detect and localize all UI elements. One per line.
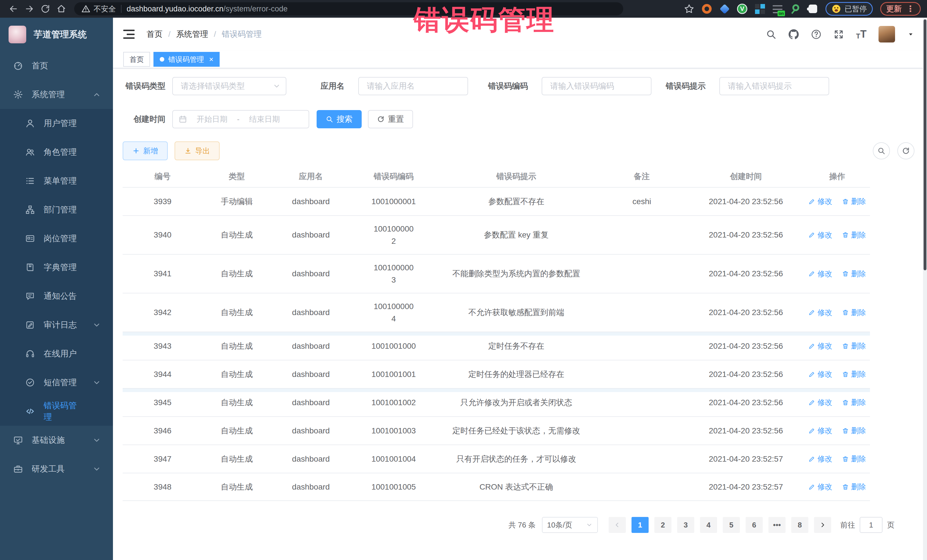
delete-button[interactable]: 删除 (842, 341, 866, 351)
github-icon[interactable] (789, 29, 799, 39)
delete-button[interactable]: 删除 (842, 308, 866, 318)
page-button[interactable]: 2 (654, 517, 672, 533)
sidebar-item-system[interactable]: 系统管理 (0, 80, 113, 109)
search-button[interactable]: 搜索 (317, 110, 362, 128)
start-date-input[interactable] (190, 115, 234, 124)
page-button[interactable]: 1 (632, 517, 649, 533)
url-path: /system/error-code (223, 5, 287, 14)
cell-remark (596, 389, 687, 416)
sidebar-submenu-item[interactable]: 在线用户 (0, 339, 113, 368)
delete-button[interactable]: 删除 (842, 398, 866, 407)
browser-update-button[interactable]: 更新 ⋮ (880, 2, 921, 16)
page-button[interactable]: 8 (791, 517, 808, 533)
squares-extension-icon[interactable] (755, 4, 765, 14)
search-icon[interactable] (766, 29, 777, 39)
page-button[interactable]: ••• (768, 517, 786, 533)
prev-page-button[interactable] (609, 517, 626, 533)
edit-button[interactable]: 修改 (808, 196, 832, 206)
add-button[interactable]: 新增 (123, 141, 168, 160)
sidebar-submenu-item[interactable]: 字典管理 (0, 253, 113, 282)
error-type-select-input[interactable] (172, 77, 286, 95)
edit-button[interactable]: 修改 (808, 426, 832, 436)
edit-button[interactable]: 修改 (808, 308, 832, 318)
tab-error-code[interactable]: 错误码管理 × (153, 52, 220, 67)
breadcrumb-separator: / (214, 30, 216, 39)
error-type-select[interactable] (172, 77, 286, 95)
sidebar-submenu-item[interactable]: 错误码管理 (0, 397, 113, 426)
page-button[interactable]: 6 (746, 517, 763, 533)
delete-button[interactable]: 删除 (842, 482, 866, 492)
browser-reload-icon[interactable] (40, 3, 51, 15)
proxy-extension-icon[interactable]: on (772, 4, 783, 14)
user-avatar[interactable] (878, 26, 895, 42)
page-size-select[interactable]: 10条/页 (542, 517, 598, 533)
page-button[interactable]: 3 (677, 517, 694, 533)
app-logo (9, 26, 26, 43)
sidebar-submenu-item[interactable]: 菜单管理 (0, 167, 113, 195)
end-date-input[interactable] (242, 115, 287, 124)
browser-menu-icon[interactable]: ⋮ (906, 5, 915, 13)
delete-icon (842, 456, 849, 463)
cell-remark (596, 255, 687, 293)
edit-button[interactable]: 修改 (808, 369, 832, 379)
sidebar-submenu-item[interactable]: 角色管理 (0, 138, 113, 167)
sidebar-item-infrastructure[interactable]: 基础设施 (0, 426, 113, 454)
sidebar-submenu-item[interactable]: 通知公告 (0, 282, 113, 311)
sidebar-item-home[interactable]: 首页 (0, 51, 113, 80)
fullscreen-icon[interactable] (833, 29, 844, 39)
export-button[interactable]: 导出 (175, 141, 220, 160)
help-icon[interactable] (811, 29, 821, 39)
caret-down-icon[interactable] (907, 30, 915, 38)
column-message: 错误码提示 (436, 171, 596, 182)
gem-extension-icon[interactable] (719, 4, 729, 14)
cell-message: 只允许修改为开启或者关闭状态 (436, 389, 596, 416)
v-extension-icon[interactable]: V (737, 4, 747, 14)
table-row: 3945 自动生成 dashboard 1001001002 只允许修改为开启或… (123, 388, 870, 416)
sidebar-submenu-item[interactable]: 审计日志 (0, 311, 113, 339)
edit-button[interactable]: 修改 (808, 269, 832, 279)
edit-button[interactable]: 修改 (808, 398, 832, 407)
browser-forward-icon[interactable] (23, 3, 35, 15)
sidebar-submenu-item[interactable]: 岗位管理 (0, 224, 113, 253)
delete-button[interactable]: 删除 (842, 454, 866, 464)
goto-page-input[interactable] (860, 517, 883, 533)
sidebar-submenu-item[interactable]: 用户管理 (0, 109, 113, 138)
edit-button[interactable]: 修改 (808, 454, 832, 464)
sidebar-item-dev-tools[interactable]: 研发工具 (0, 454, 113, 483)
edit-button[interactable]: 修改 (808, 230, 832, 240)
tab-home[interactable]: 首页 (123, 52, 150, 67)
edit-button[interactable]: 修改 (808, 482, 832, 492)
browser-back-icon[interactable] (8, 3, 20, 15)
page-button[interactable]: 4 (700, 517, 717, 533)
scrollbar-thumb[interactable] (924, 20, 926, 270)
delete-button[interactable]: 删除 (842, 369, 866, 379)
profile-paused-badge[interactable]: 已暂停 (825, 2, 873, 16)
error-code-input[interactable] (542, 77, 652, 95)
page-scrollbar[interactable] (923, 18, 927, 560)
browser-home-icon[interactable] (55, 3, 67, 15)
error-message-input[interactable] (719, 77, 829, 95)
reset-button[interactable]: 重置 (368, 110, 413, 128)
close-icon[interactable]: × (209, 55, 213, 64)
delete-button[interactable]: 删除 (842, 269, 866, 279)
pin-extension-icon[interactable] (790, 4, 800, 14)
page-button[interactable]: 5 (723, 517, 740, 533)
delete-button[interactable]: 删除 (842, 196, 866, 206)
font-size-icon[interactable]: TT (856, 28, 866, 40)
edit-button[interactable]: 修改 (808, 341, 832, 351)
next-page-button[interactable] (814, 517, 831, 533)
delete-button[interactable]: 删除 (842, 230, 866, 240)
toggle-search-button[interactable] (873, 142, 890, 159)
bookmark-star-icon[interactable] (684, 4, 694, 14)
donut-extension-icon[interactable] (702, 4, 712, 14)
sidebar-submenu-item[interactable]: 部门管理 (0, 195, 113, 224)
sidebar-submenu-item[interactable]: 短信管理 (0, 368, 113, 397)
hamburger-icon[interactable] (123, 29, 136, 40)
refresh-table-button[interactable] (897, 142, 915, 159)
breadcrumb-home[interactable]: 首页 (147, 29, 163, 39)
app-name-input[interactable] (358, 77, 468, 95)
puzzle-extension-icon[interactable] (808, 4, 818, 14)
date-range-picker[interactable]: - (172, 110, 309, 128)
breadcrumb-system[interactable]: 系统管理 (176, 29, 208, 39)
delete-button[interactable]: 删除 (842, 426, 866, 436)
